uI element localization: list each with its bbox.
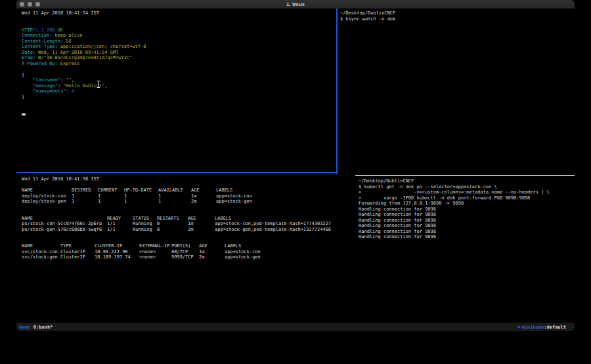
- header-name: Date:: [22, 50, 35, 55]
- blank-line: [22, 205, 355, 211]
- window-titlebar[interactable]: 1. tmux: [16, 0, 575, 9]
- table-row: deploy/stock-con11111mapp=stock-con: [22, 193, 355, 199]
- table-cell: 1m: [188, 221, 193, 227]
- services-table: NAMETYPECLUSTER-IPEXTERNAL-IPPORT(S)AGEL…: [22, 243, 355, 260]
- blank-line: [22, 210, 355, 216]
- pane-http-response[interactable]: Wed 11 Apr 2018 10:41:54 IST HTTP/1.1 20…: [16, 9, 341, 174]
- tmux-session-name: demo: [19, 325, 30, 330]
- header-name: ETag:: [22, 55, 35, 60]
- terminal-line: ~/Desktop/DublinCNCF: [340, 10, 575, 16]
- table-cell: app=stock-gen: [216, 199, 252, 205]
- json-field-line: "lastseen":"",: [22, 77, 341, 83]
- tmux-status-bar: demo 0:bash* ⎈minikube:default: [16, 323, 575, 331]
- table-cell: EXTERNAL-IP: [139, 243, 169, 249]
- blank-line: [22, 106, 341, 111]
- header-name: Connection:: [22, 33, 52, 38]
- timestamp-line: Wed 11 Apr 2018 10:41:56 IST: [22, 176, 355, 182]
- terminal-line: Handling connection for 9898: [359, 234, 575, 240]
- json-colon: :: [60, 77, 63, 83]
- header-value: application/json; charset=utf-8: [60, 44, 146, 49]
- table-cell: PORT(S): [171, 243, 191, 249]
- header-name: Content-Length:: [22, 39, 63, 44]
- table-cell: CLUSTER-IP: [95, 243, 122, 249]
- http-proto: HTTP: [22, 28, 33, 33]
- table-cell: deploy/stock-gen: [22, 199, 66, 205]
- terminal-output: ~/Desktop/DublinCNCF$ kubectl get -n dok…: [359, 178, 575, 240]
- zoom-window-button[interactable]: [35, 2, 40, 7]
- tmux-window-name[interactable]: 0:bash*: [33, 325, 53, 330]
- terminal-line: Handling connection for 9898: [359, 212, 575, 218]
- pane-kubectl-get[interactable]: Wed 11 Apr 2018 10:41:56 IST NAMEDESIRED…: [16, 174, 355, 325]
- json-colon: :: [66, 89, 69, 94]
- json-value: "Hello Dublin!": [63, 83, 104, 89]
- json-open-brace: {: [22, 72, 341, 78]
- pane-port-forward[interactable]: ~/Desktop/DublinCNCF$ kubectl get -n dok…: [352, 176, 575, 325]
- http-header-line: Content-Type:application/json; charset=u…: [22, 44, 341, 50]
- header-value: W/"38-05coCsrg3mQ7SsHr1d/qcMTwYZc": [38, 55, 132, 60]
- table-cell: 9999/TCP: [171, 254, 194, 260]
- table-cell: <none>: [139, 254, 156, 260]
- table-cell: 1: [98, 199, 100, 205]
- http-version-status: /1.1 200: [33, 28, 55, 33]
- table-cell: LABELS: [215, 216, 231, 222]
- close-window-button[interactable]: [20, 2, 24, 7]
- table-header-row: NAMETYPECLUSTER-IPEXTERNAL-IPPORT(S)AGEL…: [22, 243, 355, 249]
- table-cell: po/stock-con-5cc874766c-2p6rp: [22, 221, 102, 227]
- table-cell: 0: [157, 221, 160, 227]
- kubernetes-helm-icon: ⎈: [517, 325, 520, 330]
- table-row: svc/stock-genClusterIP10.109.197.74<none…: [22, 254, 355, 260]
- table-cell: AGE: [191, 188, 200, 193]
- table-cell: 10.109.197.74: [95, 254, 131, 260]
- brace-text: }: [22, 94, 24, 100]
- json-field-line: "message":"Hello Dublin!",: [22, 83, 341, 89]
- header-value: 56: [66, 39, 71, 44]
- blank-line: [22, 238, 355, 244]
- timestamp-text: Wed 11 Apr 2018 10:41:54 IST: [22, 10, 99, 16]
- terminal-line: $ kubectl get -n dok po --selector=app=s…: [359, 184, 575, 190]
- table-cell: svc/stock-gen: [22, 254, 58, 260]
- table-cell: RESTARTS: [157, 216, 179, 222]
- table-cell: AGE: [199, 243, 208, 249]
- kube-context: minikube: [522, 325, 544, 330]
- http-status-line: HTTP/1.1 200OK: [22, 28, 341, 33]
- tmux-status-right: ⎈minikube:default: [517, 325, 566, 330]
- table-row: po/stock-con-5cc874766c-2p6rp1/1Running0…: [22, 221, 355, 227]
- table-cell: app=stock-gen,pod-template-hash=13277244…: [215, 227, 331, 233]
- table-row: po/stock-gen-576cc688bb-swqf61/1Running0…: [22, 227, 355, 233]
- table-cell: <none>: [139, 249, 156, 255]
- http-header-line: Date:Wed, 11 Apr 2018 09:41:54 GMT: [22, 50, 341, 56]
- table-cell: 1/1: [107, 221, 116, 227]
- terminal-line: Handling connection for 9898: [359, 229, 575, 235]
- table-cell: STATUS: [133, 216, 149, 222]
- terminal-line: Handling connection for 9898: [359, 223, 575, 229]
- terminal-line: ~/Desktop/DublinCNCF: [359, 178, 575, 184]
- table-cell: NAME: [22, 216, 33, 222]
- timestamp-line: Wed 11 Apr 2018 10:41:54 IST: [22, 10, 341, 16]
- table-cell: 1m: [191, 193, 196, 199]
- minimize-window-button[interactable]: [28, 2, 32, 7]
- table-cell: 2m: [199, 254, 204, 260]
- pane-ksync[interactable]: ~/Desktop/DublinCNCF$ ksync watch -n dok: [338, 9, 575, 174]
- table-cell: 1: [72, 193, 74, 199]
- table-cell: DESIRED: [72, 188, 91, 193]
- table-cell: 1: [124, 193, 127, 199]
- table-row: deploy/stock-gen11112mapp=stock-gen: [22, 199, 355, 205]
- deployments-table: NAMEDESIREDCURRENTUP-TO-DATEAVAILABLEAGE…: [22, 188, 355, 205]
- terminal-line: Handling connection for 9898: [359, 207, 575, 212]
- http-header-line: Content-Length:56: [22, 39, 341, 45]
- table-cell: app=stock-gen: [225, 254, 261, 260]
- json-value: 4: [72, 89, 74, 94]
- table-cell: deploy/stock-con: [22, 193, 66, 199]
- http-header-line: X-Powered-By:Express: [22, 61, 341, 67]
- http-header-line: Connection:keep-alive: [22, 33, 341, 39]
- table-cell: 10.99.222.96: [95, 249, 128, 255]
- desktop-background: 1. tmux Wed 11 Apr 2018 10:41:54 IST HTT…: [0, 0, 591, 364]
- table-row: svc/stock-conClusterIP10.99.222.96<none>…: [22, 249, 355, 255]
- table-cell: LABELS: [225, 243, 241, 249]
- terminal-line: Forwarding from 127.0.0.1:9898 -> 9898: [359, 201, 575, 207]
- pane-divider-horizontal-left[interactable]: [16, 172, 336, 173]
- terminal-line: > -o=custom-columns=:metadata.name --no-…: [359, 190, 575, 195]
- table-cell: READY: [107, 216, 121, 222]
- terminal-output: ~/Desktop/DublinCNCF$ ksync watch -n dok: [340, 10, 575, 22]
- json-key: "numsymbols": [33, 89, 66, 94]
